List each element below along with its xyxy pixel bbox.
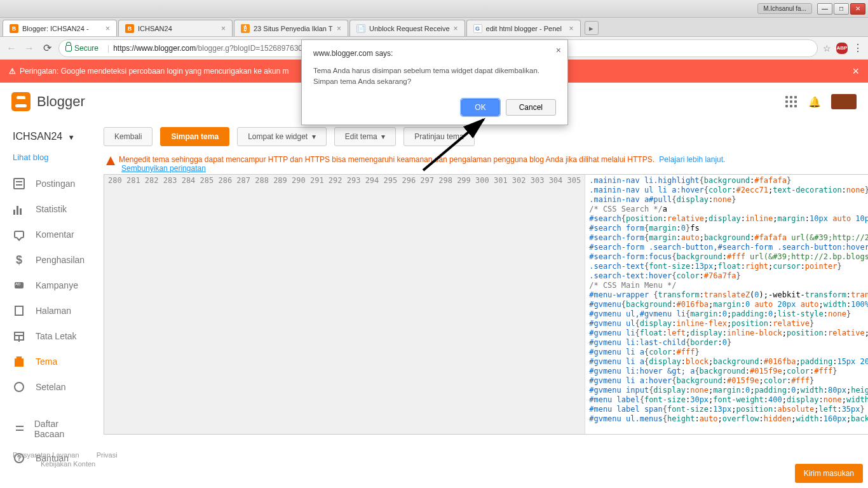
bookmark-icon[interactable]: ☆ bbox=[823, 43, 831, 53]
content-policy-link[interactable]: Kebijakan Konten bbox=[41, 460, 95, 468]
lock-icon bbox=[65, 45, 72, 51]
tab-close-icon[interactable]: × bbox=[454, 24, 458, 33]
tab-title: edit html blogger - Penel bbox=[486, 25, 566, 32]
blogger-logo-icon bbox=[11, 92, 31, 111]
close-icon[interactable]: × bbox=[852, 65, 859, 78]
stats-icon bbox=[13, 203, 25, 215]
favicon: G bbox=[473, 24, 482, 33]
back-button[interactable]: Kembali bbox=[104, 127, 153, 146]
line-gutter: 280 281 282 283 284 285 286 287 288 289 … bbox=[104, 175, 585, 434]
dialog-title: www.blogger.com says: bbox=[313, 49, 556, 58]
url-host: https://www.blogger.com bbox=[113, 44, 196, 53]
user-badge[interactable]: M.Ichsanul fa... bbox=[757, 3, 812, 14]
edit-theme-button[interactable]: Edit tema ▾ bbox=[334, 127, 396, 146]
browser-tab[interactable]: Gedit html blogger - Penel× bbox=[466, 20, 581, 36]
browser-tab[interactable]: BBlogger: ICHSAN24 -× bbox=[3, 20, 117, 36]
terms-link[interactable]: Persyaratan Layanan bbox=[13, 451, 79, 459]
blogger-logo[interactable]: Blogger bbox=[11, 92, 85, 111]
browser-menu-icon[interactable]: ⋮ bbox=[853, 42, 863, 54]
tab-close-icon[interactable]: × bbox=[221, 24, 226, 33]
apps-icon[interactable] bbox=[785, 96, 797, 107]
tab-title: 23 Situs Penyedia Iklan T bbox=[254, 25, 333, 32]
browser-tabbar: BBlogger: ICHSAN24 -× BICHSAN24× ₿23 Sit… bbox=[0, 18, 868, 37]
jump-widget-button[interactable]: Lompat ke widget ▾ bbox=[237, 127, 327, 146]
layout-icon bbox=[13, 330, 25, 342]
browser-tab[interactable]: BICHSAN24× bbox=[118, 20, 233, 36]
code-editor[interactable]: 280 281 282 283 284 285 286 287 288 289 … bbox=[104, 174, 868, 435]
avatar[interactable] bbox=[831, 94, 857, 109]
window-minimize[interactable]: — bbox=[817, 3, 832, 15]
tab-title: ICHSAN24 bbox=[138, 25, 217, 32]
notifications-icon[interactable]: 🔔 bbox=[808, 96, 820, 107]
nav-forward-icon[interactable]: → bbox=[23, 42, 36, 55]
posts-icon bbox=[13, 177, 25, 190]
sidebar-item-comments[interactable]: Komentar bbox=[0, 222, 97, 247]
warning-triangle-icon bbox=[106, 156, 115, 165]
sidebar-item-layout[interactable]: Tata Letak bbox=[0, 323, 97, 349]
dialog-ok-button[interactable]: OK bbox=[461, 99, 499, 116]
tab-close-icon[interactable]: × bbox=[569, 24, 574, 33]
window-maximize[interactable]: □ bbox=[834, 3, 849, 15]
privacy-link[interactable]: Privasi bbox=[97, 451, 118, 459]
window-close[interactable]: ✕ bbox=[850, 3, 865, 15]
sidebar-item-reading-list[interactable]: Daftar Bacaan bbox=[0, 412, 97, 445]
dialog-close-icon[interactable]: × bbox=[556, 45, 561, 55]
confirm-dialog: × www.blogger.com says: Tema Anda harus … bbox=[301, 39, 568, 125]
favicon: B bbox=[125, 24, 134, 33]
campaign-icon bbox=[13, 279, 25, 292]
sidebar-item-posts[interactable]: Postingan bbox=[0, 171, 97, 196]
adblock-icon[interactable]: ABP bbox=[836, 43, 848, 54]
pages-icon bbox=[13, 304, 25, 317]
browser-tab[interactable]: 📄Unblock Request Receive× bbox=[349, 20, 465, 36]
learn-more-link[interactable]: Pelajari lebih lanjut. bbox=[659, 155, 725, 164]
sidebar-item-theme[interactable]: Tema bbox=[0, 349, 97, 374]
https-warning-text: Mengedit tema sehingga dapat mencampur H… bbox=[119, 155, 654, 164]
browser-tab[interactable]: ₿23 Situs Penyedia Iklan T× bbox=[234, 20, 348, 36]
sidebar-item-campaign[interactable]: Kampanye bbox=[0, 273, 97, 298]
blog-selector[interactable]: ICHSAN24 ▼ bbox=[0, 128, 97, 149]
new-tab-button[interactable]: ▸ bbox=[585, 21, 599, 35]
window-titlebar: M.Ichsanul fa... — □ ✕ bbox=[0, 0, 868, 18]
hide-warning-link[interactable]: Sembunyikan peringatan bbox=[121, 164, 206, 173]
secure-badge: Secure bbox=[65, 44, 98, 53]
tab-close-icon[interactable]: × bbox=[105, 24, 110, 33]
editor-toolbar: Kembali Simpan tema Lompat ke widget ▾ E… bbox=[104, 121, 868, 152]
sidebar-item-stats[interactable]: Statistik bbox=[0, 196, 97, 222]
earnings-icon: $ bbox=[13, 254, 25, 266]
feedback-button[interactable]: Kirim masukan bbox=[795, 464, 863, 483]
sidebar: ICHSAN24 ▼ Lihat blog Postingan Statisti… bbox=[0, 121, 97, 488]
preview-theme-button[interactable]: Pratinjau tema bbox=[403, 127, 474, 146]
warning-text: Peringatan: Google mendeteksi percobaan … bbox=[20, 67, 289, 76]
sidebar-item-pages[interactable]: Halaman bbox=[0, 298, 97, 323]
sidebar-footer: Persyaratan Layanan Privasi bbox=[13, 451, 133, 459]
settings-icon bbox=[13, 381, 25, 393]
code-content[interactable]: .mainin-nav li.highlight{background:#faf… bbox=[585, 175, 868, 434]
dialog-cancel-button[interactable]: Cancel bbox=[506, 99, 556, 116]
view-blog-link[interactable]: Lihat blog bbox=[0, 149, 97, 171]
tab-title: Unblock Request Receive bbox=[369, 25, 450, 32]
comments-icon bbox=[13, 228, 25, 241]
tab-title: Blogger: ICHSAN24 - bbox=[22, 25, 102, 32]
sidebar-item-earnings[interactable]: $Penghasilan bbox=[0, 247, 97, 273]
favicon: 📄 bbox=[356, 24, 365, 33]
favicon: ₿ bbox=[241, 24, 250, 33]
chevron-down-icon: ▼ bbox=[68, 133, 75, 141]
sidebar-item-settings[interactable]: Setelan bbox=[0, 374, 97, 400]
theme-icon bbox=[13, 355, 25, 368]
save-theme-button[interactable]: Simpan tema bbox=[160, 127, 229, 146]
tab-close-icon[interactable]: × bbox=[337, 24, 341, 33]
https-warning: Mengedit tema sehingga dapat mencampur H… bbox=[104, 152, 868, 175]
dialog-body: Tema Anda harus disimpan sebelum tema wi… bbox=[313, 65, 556, 88]
reload-icon[interactable]: ⟳ bbox=[41, 42, 53, 55]
nav-back-icon[interactable]: ← bbox=[5, 42, 18, 55]
reading-list-icon bbox=[13, 423, 24, 435]
favicon: B bbox=[10, 24, 18, 33]
